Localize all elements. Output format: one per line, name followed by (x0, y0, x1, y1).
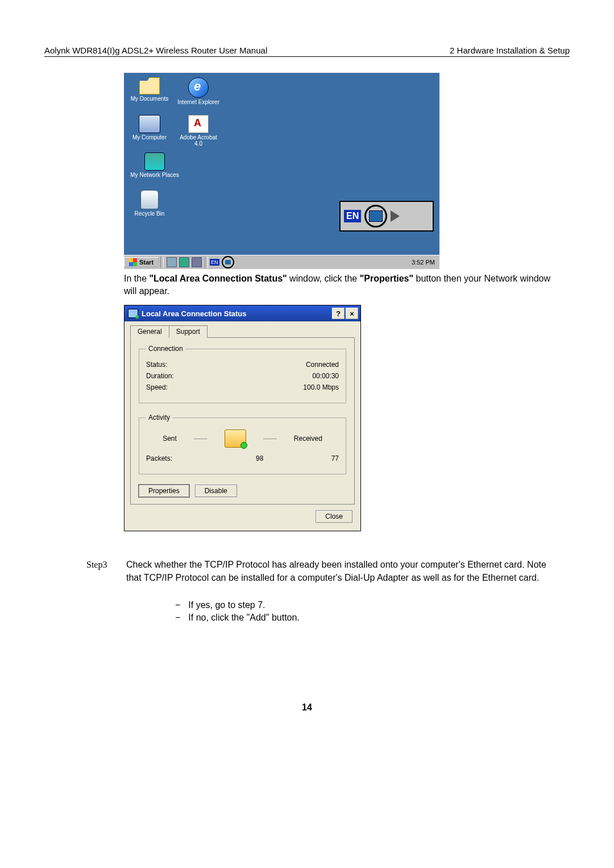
tab-support[interactable]: Support (169, 325, 208, 338)
connection-group: Connection Status:Connected Duration:00:… (139, 345, 346, 403)
network-tray-icon[interactable] (364, 205, 387, 228)
step3-row: Step3 Check whether the TCP/IP Protocol … (44, 559, 570, 584)
sublist-item: If no, click the "Add" button. (188, 613, 299, 622)
dialog-tabs: General Support (130, 325, 355, 338)
step3-sublist: −If yes, go to step 7. −If no, click the… (175, 600, 570, 623)
close-button[interactable]: Close (316, 510, 352, 523)
start-button[interactable]: Start (124, 257, 159, 267)
recycle-bin-icon (140, 190, 159, 209)
quicklaunch-icon[interactable] (192, 257, 202, 267)
sent-label: Sent (163, 435, 177, 443)
group-legend: Connection (146, 345, 185, 353)
speed-value: 100.0 Mbps (303, 383, 339, 391)
page-header: Aolynk WDR814(I)g ADSL2+ Wireless Router… (44, 46, 570, 57)
step-text: Check whether the TCP/IP Protocol has al… (126, 559, 547, 584)
windows-logo-icon (129, 258, 137, 266)
status-value: Connected (306, 361, 339, 369)
packets-sent-value: 98 (256, 454, 263, 462)
taskbar-separator (205, 257, 208, 268)
received-label: Received (294, 435, 322, 443)
taskbar: Start EN 3:52 PM (124, 255, 439, 269)
ie-icon (188, 77, 209, 98)
close-button[interactable]: × (346, 308, 358, 319)
icon-label: Recycle Bin (126, 210, 173, 217)
activity-icon (225, 429, 246, 448)
quicklaunch-icon[interactable] (179, 257, 189, 267)
desktop-icon-recycle-bin[interactable]: Recycle Bin (126, 190, 173, 217)
icon-label: My Network Places (126, 172, 183, 178)
sublist-item: If yes, go to step 7. (188, 600, 265, 610)
status-label: Status: (146, 361, 167, 369)
icon-label: My Computer (126, 134, 173, 140)
volume-icon[interactable] (391, 210, 400, 222)
icon-label: My Documents (126, 96, 173, 102)
folder-icon (139, 77, 160, 94)
taskbar-clock[interactable]: 3:52 PM (407, 259, 439, 266)
speed-label: Speed: (146, 383, 168, 391)
dialog-title: Local Area Connection Status (142, 309, 246, 318)
language-indicator[interactable]: EN (210, 259, 219, 266)
start-label: Start (139, 259, 154, 266)
tab-general[interactable]: General (130, 325, 169, 338)
instruction-text: In the "Local Area Connection Status" wi… (124, 272, 558, 297)
group-legend: Activity (146, 414, 172, 421)
packets-received-value: 77 (331, 454, 339, 462)
language-indicator[interactable]: EN (344, 210, 361, 222)
activity-group: Activity Sent —— —— Received Packets: 98… (139, 414, 346, 474)
packets-label: Packets: (146, 454, 172, 462)
desktop-screenshot: My Documents Internet Explorer My Comput… (124, 73, 439, 269)
header-right: 2 Hardware Installation & Setup (450, 46, 570, 55)
network-tray-icon[interactable] (222, 256, 234, 268)
disable-button[interactable]: Disable (195, 485, 237, 497)
properties-button[interactable]: Properties (139, 485, 189, 497)
taskbar-separator (160, 257, 164, 268)
icon-label: Adobe Acrobat 4.0 (175, 134, 222, 147)
desktop-icon-internet-explorer[interactable]: Internet Explorer (175, 77, 222, 105)
quicklaunch-icon[interactable] (167, 257, 177, 267)
network-icon (128, 309, 138, 318)
desktop-icon-my-computer[interactable]: My Computer (126, 115, 173, 140)
network-icon (144, 152, 165, 171)
desktop-icon-my-network-places[interactable]: My Network Places (126, 152, 183, 178)
connection-status-dialog: Local Area Connection Status ? × General… (124, 305, 361, 531)
duration-value: 00:00:30 (312, 372, 339, 380)
computer-icon (139, 115, 160, 133)
systray-zoom: EN (339, 201, 434, 232)
pdf-icon (188, 115, 209, 133)
desktop-icon-my-documents[interactable]: My Documents (126, 77, 173, 102)
header-left: Aolynk WDR814(I)g ADSL2+ Wireless Router… (44, 46, 267, 55)
desktop-icon-adobe-acrobat[interactable]: Adobe Acrobat 4.0 (175, 115, 222, 147)
help-button[interactable]: ? (332, 308, 345, 319)
dialog-titlebar[interactable]: Local Area Connection Status ? × (125, 305, 360, 321)
icon-label: Internet Explorer (175, 99, 222, 105)
step-label: Step3 (86, 559, 126, 584)
page-number: 14 (44, 702, 570, 713)
duration-label: Duration: (146, 372, 174, 380)
